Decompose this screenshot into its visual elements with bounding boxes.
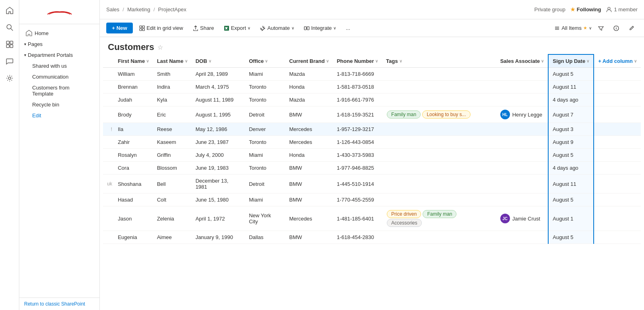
nav-pages-section[interactable]: ▾ Pages [19, 39, 99, 50]
more-button[interactable]: ... [343, 23, 353, 33]
svg-rect-10 [140, 29, 142, 31]
all-items-dropdown[interactable]: All Items ★ ∨ [554, 25, 592, 31]
pages-chevron-icon: ▾ [24, 42, 26, 46]
export-chevron-icon: ∨ [248, 26, 250, 30]
nav-customers-from-template[interactable]: Customers from Template [19, 82, 99, 99]
filter-icon [598, 25, 604, 31]
row-num [103, 231, 114, 244]
cell-first-name: Judah [114, 94, 153, 106]
cell-dob: April 28, 1989 [192, 68, 245, 81]
new-button[interactable]: + New [106, 23, 133, 33]
row-num [103, 162, 114, 175]
list-icon [554, 25, 560, 31]
members-area: 1 member [606, 6, 638, 13]
cell-first-name: Jason [114, 206, 153, 231]
col-num-header [103, 54, 114, 68]
col-office-header[interactable]: Office ∨ [245, 54, 285, 68]
cell-signup-date: August 11 [548, 175, 594, 193]
row-num: uk [103, 175, 114, 193]
cell-sales-associate: JCJamie Crust [496, 206, 549, 231]
content-sidebar: Home ▾ Pages ▾ Department Portals Shared… [19, 0, 100, 310]
excel-icon [224, 25, 229, 31]
cell-signup-date: 4 days ago [548, 94, 594, 106]
cell-office: Toronto [245, 81, 285, 94]
svg-rect-3 [10, 41, 13, 44]
tag-badge: Price driven [387, 210, 421, 218]
nav-shared-with-us[interactable]: Shared with us [19, 60, 99, 71]
svg-rect-9 [142, 26, 144, 28]
search-icon-btn[interactable] [2, 20, 17, 35]
cell-sales-associate [496, 81, 549, 94]
automate-button[interactable]: Automate ∨ [257, 23, 297, 33]
col-current-brand-header[interactable]: Current Brand ∨ [285, 54, 333, 68]
integrate-button[interactable]: Integrate ∨ [301, 23, 339, 33]
chat-icon-btn[interactable] [2, 54, 17, 69]
col-dob-header[interactable]: DOB ∨ [192, 54, 245, 68]
cell-office: Miami [245, 149, 285, 162]
info-button[interactable] [610, 23, 622, 33]
nav-communication[interactable]: Communication [19, 71, 99, 82]
cell-phone: 1-977-946-8825 [333, 162, 382, 175]
cell-add-col [594, 136, 641, 149]
following-button[interactable]: ★ Following [570, 6, 601, 12]
cell-first-name: Shoshana [114, 175, 153, 193]
svg-rect-8 [140, 26, 142, 28]
all-items-chevron-icon: ∨ [589, 26, 592, 30]
associate-name: Jamie Crust [512, 216, 540, 222]
cell-last-name: Reese [153, 123, 192, 136]
breadcrumb-marketing[interactable]: Marketing [127, 6, 150, 12]
edit-grid-button[interactable]: Edit in grid view [136, 23, 186, 33]
svg-point-7 [608, 7, 610, 10]
nav-recycle-bin[interactable]: Recycle bin [19, 99, 99, 110]
nav-dept-portals-section[interactable]: ▾ Department Portals [19, 50, 99, 60]
cell-brand: Mazda [285, 68, 333, 81]
integrate-chevron-icon: ∨ [333, 26, 336, 30]
cell-phone: 1-581-873-0518 [333, 81, 382, 94]
table-row: BrodyEricAugust 1, 1995DetroitBMW1-618-1… [103, 106, 641, 123]
cell-phone: 1-813-718-6669 [333, 68, 382, 81]
apps-icon-btn[interactable] [2, 37, 17, 52]
nav-home[interactable]: Home [19, 27, 99, 39]
cell-last-name: Indira [153, 81, 192, 94]
col-phone-header[interactable]: Phone Number ∨ [333, 54, 382, 68]
cell-last-name: Kaseem [153, 136, 192, 149]
col-first-name-header[interactable]: First Name ∨ [114, 54, 153, 68]
table-row: !IlaReeseMay 12, 1986DenverMercedes1-957… [103, 123, 641, 136]
cell-office: Dallas [245, 231, 285, 244]
cell-tags [382, 175, 496, 193]
cell-dob: August 11, 1989 [192, 94, 245, 106]
tag-badge: Family man [423, 210, 456, 218]
cell-office: Denver [245, 123, 285, 136]
col-sales-associate-header[interactable]: Sales Associate ∨ [496, 54, 549, 68]
page-header: Customers ☆ [100, 37, 644, 54]
cell-office: New York City [245, 206, 285, 231]
return-classic-link[interactable]: Return to classic SharePoint [19, 298, 99, 310]
home-icon-btn[interactable] [2, 3, 17, 18]
pencil-icon [629, 25, 634, 31]
col-last-name-header[interactable]: Last Name ∨ [153, 54, 192, 68]
cell-last-name: Zelenia [153, 206, 192, 231]
svg-rect-5 [10, 45, 13, 48]
row-num [103, 136, 114, 149]
col-tags-header[interactable]: Tags ∨ [382, 54, 496, 68]
settings-icon-btn[interactable] [2, 71, 17, 85]
share-button[interactable]: Share [190, 23, 217, 33]
col-signup-date-header[interactable]: Sign Up Date ∨ [548, 54, 594, 68]
edit-button[interactable] [625, 23, 638, 33]
cell-last-name: Aimee [153, 231, 192, 244]
following-star-icon: ★ [570, 6, 575, 12]
cell-tags [382, 149, 496, 162]
cell-add-col [594, 175, 641, 193]
export-button[interactable]: Export ∨ [221, 23, 254, 33]
nav-edit[interactable]: Edit [19, 110, 99, 121]
cell-phone: 1-770-455-2559 [333, 193, 382, 206]
breadcrumb-projectapex[interactable]: ProjectApex [158, 6, 186, 12]
favorite-star-icon[interactable]: ☆ [157, 44, 163, 51]
top-bar: Sales / Marketing / ProjectApex Private … [100, 0, 644, 19]
office-sort-icon: ∨ [265, 59, 268, 63]
breadcrumb-sales[interactable]: Sales [106, 6, 120, 12]
filter-button[interactable] [595, 23, 607, 33]
cell-last-name: Eric [153, 106, 192, 123]
col-add-header[interactable]: + Add column ∨ [594, 54, 641, 68]
svg-rect-13 [304, 27, 306, 30]
